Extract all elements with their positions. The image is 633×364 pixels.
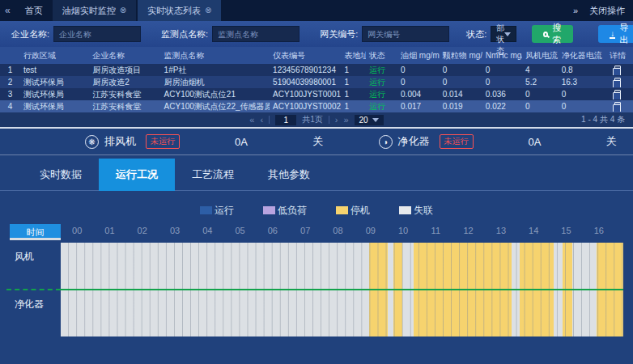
cell-region: 测试环保局 [20,89,89,100]
detail-tab-2[interactable]: 工艺流程 [175,159,251,191]
detail-tabs: 实时数据运行工况工艺流程其他参数 [0,159,633,191]
legend-item: 失联 [399,204,433,218]
nav-tab-2[interactable]: 实时状态列表⊗ [138,0,221,21]
legend-swatch [336,206,348,214]
legend-item: 停机 [336,204,370,218]
nav-expand-icon[interactable]: » [573,6,578,15]
fan-icon: ❋ [85,135,99,149]
timeline-track[interactable] [61,290,623,336]
total-pages-label: 共1页 [302,114,323,125]
search-button[interactable]: 搜索 [532,25,573,43]
total-count-label: 共 4 条 [600,115,625,124]
timeline-row-0: 风机 [0,243,633,289]
detail-icon[interactable] [614,90,621,98]
cell-fan: 0 [522,90,559,99]
cell-fan: 0 [522,102,559,111]
hour-label: 10 [398,226,408,235]
first-page-icon[interactable]: « [249,115,254,125]
status-label: 状态: [466,28,486,40]
timeline-row-label: 风机 [0,243,61,289]
legend-swatch [399,206,411,214]
detail-tab-0[interactable]: 实时数据 [23,159,99,191]
table-row[interactable]: 4测试环保局江苏安科食堂ACY100测试点位22_传感器原始量ACY100JYS… [0,100,633,112]
status-legend: 运行低负荷停机失联 [0,202,633,218]
legend-label: 停机 [350,204,370,218]
cell-num: 4 [0,102,20,111]
device-status-badge: 未运行 [146,134,180,149]
point-input[interactable] [212,26,300,42]
detail-tab-1[interactable]: 运行工况 [99,159,175,191]
cell-meter: 12345678901234 [270,66,341,74]
stop-status-segment [393,290,402,336]
range-label: 1 - 4 [581,115,597,124]
page-size-select[interactable]: 20 [355,115,384,125]
nav-tab-label: 油烟实时监控 [62,0,116,21]
status-select[interactable]: 全部状态 [491,26,516,42]
detail-icon[interactable] [614,78,621,86]
cell-oil: 0 [397,78,440,87]
table-row[interactable]: 2测试环保局厨房改造2厨房油烟机519040399800011运行0005.21… [0,76,633,88]
timeline-track[interactable] [61,243,623,289]
export-button[interactable]: ↓ 导出 [598,25,633,43]
col-header-4: 仪表编号 [270,50,341,61]
cell-status: 运行 [366,101,397,112]
cell-point: ACY100测试点位22_传感器原始量 [161,101,270,112]
export-button-label: 导出 [619,22,628,46]
device-switch-state: 关 [312,134,323,149]
page-number-input[interactable]: 1 [275,115,296,125]
hour-label: 13 [496,226,506,235]
top-nav-bar: « 首页油烟实时监控⊗实时状态列表⊗ » 关闭操作 [0,0,633,21]
cell-purifier: 0 [559,102,603,111]
cell-oil: 0 [397,66,440,74]
detail-tab-3[interactable]: 其他参数 [251,159,327,191]
nav-tab-0[interactable]: 首页 [15,0,53,21]
col-header-9: NmHc mg/m³ [482,51,522,60]
hour-label: 08 [333,226,342,235]
table-header-row: 行政区域企业名称监测点名称仪表编号表地址状态油烟 mg/m³颗粒物 mg/m³N… [0,47,633,64]
search-button-label: 搜索 [552,22,562,46]
nav-collapse-icon[interactable]: « [0,5,15,16]
nav-tab-1[interactable]: 油烟实时监控⊗ [53,0,136,21]
cell-nmhc: 0.036 [482,90,522,99]
cell-purifier: 0.8 [559,66,603,74]
stop-status-segment [563,243,572,289]
device-current-value: 0A [529,136,542,148]
hour-axis: 0001020304050607080910111213141516 [61,224,623,243]
hour-label: 05 [235,226,244,235]
cell-oil: 0.017 [397,102,440,111]
cell-pm: 0 [440,78,482,87]
col-header-8: 颗粒物 mg/m³ [440,50,482,61]
table-row[interactable]: 3测试环保局江苏安科食堂ACY100测试点位21ACY100JYST00011运… [0,88,633,100]
device-switch-state: 关 [605,134,616,149]
legend-label: 低负荷 [278,204,307,218]
cell-status: 运行 [366,89,397,100]
prev-page-icon[interactable]: ‹ [260,115,263,125]
tab-close-icon[interactable]: ⊗ [120,0,126,21]
hour-label: 01 [104,226,114,235]
company-label: 企业名称: [11,28,49,40]
cell-pm: 0.019 [440,102,482,111]
legend-label: 运行 [215,204,234,218]
timeline-body: 风机净化器 [0,243,633,336]
cell-nmhc: 0 [482,78,522,87]
pagination-controls: « ‹ 1 共1页 › » 20 [249,114,383,125]
cell-fan: 4 [522,66,559,74]
next-page-icon[interactable]: › [335,115,338,125]
close-operations-button[interactable]: 关闭操作 [589,5,625,17]
company-input[interactable] [53,26,141,42]
detail-icon[interactable] [614,102,621,110]
hour-label: 02 [138,226,147,235]
hour-label: 11 [431,226,440,235]
gateway-input[interactable] [362,26,449,42]
cell-company: 厨房改造项目 [89,65,160,76]
cell-status: 运行 [366,77,397,88]
table-row[interactable]: 1test厨房改造项目1#P社123456789012341运行00040.8 [0,64,633,76]
table-body: 1test厨房改造项目1#P社123456789012341运行00040.82… [0,64,633,112]
cell-addr: 1 [341,78,365,87]
detail-icon[interactable] [614,66,621,74]
tab-close-icon[interactable]: ⊗ [205,0,211,21]
cell-addr: 1 [341,90,365,99]
stop-status-segment [597,290,623,336]
last-page-icon[interactable]: » [343,115,348,125]
cell-nmhc: 0.022 [482,102,522,111]
